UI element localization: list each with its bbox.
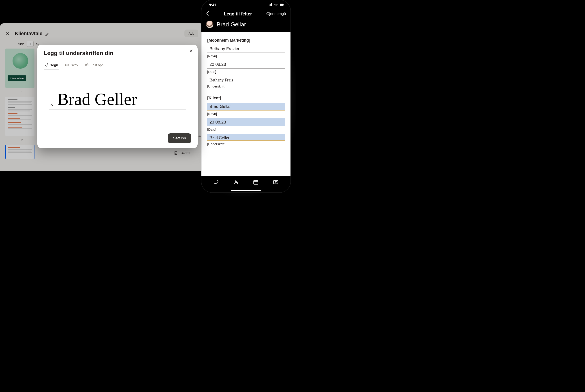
svg-rect-12	[254, 180, 258, 184]
form-field-signature: Bethany Frais [Underskrift]	[207, 76, 285, 88]
form-field-date: 20.08.23 [Dato]	[207, 61, 285, 74]
svg-rect-10	[280, 4, 284, 6]
tab-draw[interactable]: Tegn	[44, 62, 59, 70]
svg-rect-2	[175, 152, 177, 154]
svg-rect-7	[269, 4, 270, 6]
thumbnail-page-3[interactable]	[5, 145, 34, 159]
textbox-icon[interactable]	[273, 179, 278, 185]
text-icon[interactable]	[233, 179, 239, 185]
signer-header: Brad Gellar	[202, 19, 290, 32]
thumbnail-page-2[interactable]	[5, 97, 34, 136]
insert-button[interactable]: Sett inn	[168, 133, 191, 143]
close-icon[interactable]	[189, 49, 193, 54]
status-bar: 9:41	[202, 0, 290, 9]
review-button[interactable]: Gjennomgå	[266, 12, 286, 16]
section-heading: [Moonhelm Marketing]	[207, 38, 285, 43]
mobile-device: 9:41 Legg til felter Gjennomgå Brad Gell…	[202, 0, 290, 192]
field-label: [Dato]	[207, 128, 285, 131]
svg-point-5	[86, 64, 88, 66]
form-field-name: Bethany Frazier [Navn]	[207, 45, 285, 58]
field-value[interactable]: 23.08.23	[207, 118, 285, 126]
building-icon	[174, 151, 178, 155]
field-label: [Underskrift]	[207, 84, 285, 88]
modal-title: Legg til underskriften din	[44, 50, 191, 56]
svg-rect-9	[271, 3, 272, 6]
svg-rect-3	[65, 64, 68, 66]
battery-icon	[280, 3, 284, 7]
cover-label: Klientavtale	[8, 76, 26, 81]
mobile-nav-title: Legg til felter	[224, 12, 252, 16]
page-of-label: av	[36, 42, 40, 46]
date-icon[interactable]	[253, 179, 259, 185]
tab-label: Tegn	[50, 63, 58, 67]
document-title-text: Klientavtale	[15, 31, 42, 36]
field-value[interactable]: Brad Geller	[207, 134, 285, 141]
tab-upload[interactable]: Last opp	[84, 62, 104, 70]
mobile-form-sheet: [Moonhelm Marketing] Bethany Frazier [Na…	[202, 32, 290, 176]
avatar	[206, 20, 214, 28]
status-time: 9:41	[209, 3, 216, 7]
signature-canvas[interactable]: Brad Geller	[44, 76, 191, 117]
editor-header: Klientavtale Avb	[0, 23, 204, 39]
tab-type[interactable]: Skriv	[64, 62, 79, 70]
thumbnail-number: 1	[5, 90, 39, 94]
close-icon[interactable]	[5, 31, 10, 36]
field-label: [Underskrift]	[207, 142, 285, 146]
field-value[interactable]: 20.08.23	[207, 61, 285, 68]
home-indicator	[231, 190, 261, 191]
signal-icon	[268, 3, 272, 7]
field-label: [Navn]	[207, 112, 285, 116]
signer-name: Brad Gellar	[217, 21, 246, 28]
svg-rect-8	[270, 4, 270, 6]
page-label: Side	[18, 42, 24, 46]
field-value[interactable]: Bethany Frais	[207, 76, 285, 83]
field-label: [Dato]	[207, 70, 285, 74]
svg-rect-6	[268, 5, 268, 6]
page-number-input[interactable]: 1	[27, 41, 34, 47]
pencil-icon[interactable]	[45, 32, 49, 35]
field-value[interactable]: Brad Gellar	[207, 103, 285, 110]
field-label: [Navn]	[207, 54, 285, 58]
form-field-signature: Brad Geller [Underskrift]	[207, 134, 285, 146]
document-title: Klientavtale	[15, 31, 49, 36]
form-field-name: Brad Gellar [Navn]	[207, 103, 285, 116]
wifi-icon	[274, 3, 278, 7]
svg-rect-4	[86, 64, 88, 66]
signature-icon[interactable]	[213, 179, 219, 185]
clear-signature-icon[interactable]	[50, 103, 53, 107]
svg-rect-11	[284, 4, 284, 5]
thumbnail-column: Klientavtale 1 2	[5, 48, 39, 167]
add-signature-modal: Legg til underskriften din Tegn Skriv La…	[37, 45, 198, 148]
form-field-date: 23.08.23 [Dato]	[207, 118, 285, 131]
signature-baseline	[49, 109, 186, 110]
tab-label: Last opp	[91, 63, 104, 67]
mobile-navbar: Legg til felter Gjennomgå	[202, 9, 290, 19]
field-value[interactable]: Bethany Frazier	[207, 45, 285, 53]
signature-method-tabs: Tegn Skriv Last opp	[44, 62, 191, 70]
thumbnail-page-1[interactable]: Klientavtale	[5, 48, 34, 88]
section-heading: [Klient]	[207, 96, 285, 100]
thumbnail-number: 2	[5, 138, 39, 142]
drawn-signature: Brad Geller	[57, 90, 137, 109]
cover-graphic	[12, 53, 28, 69]
back-icon[interactable]	[206, 11, 210, 17]
tab-label: Skriv	[71, 63, 78, 67]
